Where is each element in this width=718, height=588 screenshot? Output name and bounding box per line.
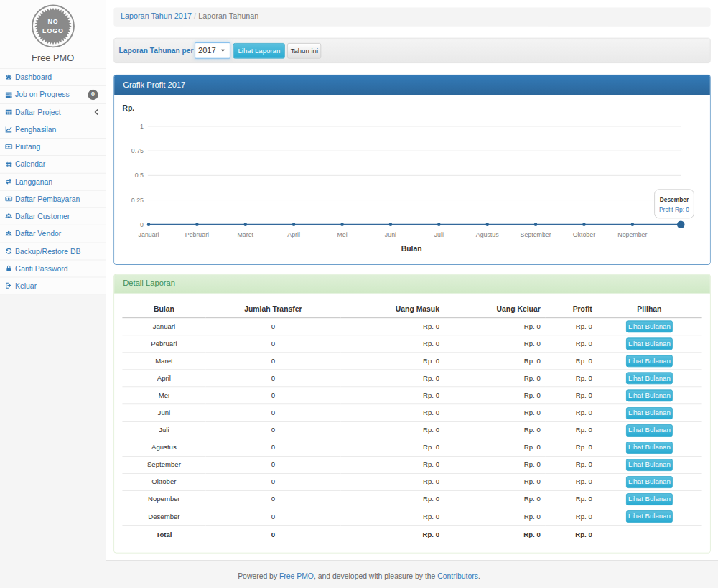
- svg-text:Rp.: Rp.: [122, 104, 134, 112]
- svg-text:Agustus: Agustus: [476, 231, 499, 238]
- svg-text:Juli: Juli: [434, 231, 444, 238]
- svg-text:LOGO: LOGO: [42, 27, 64, 34]
- svg-text:NO: NO: [47, 18, 58, 25]
- svg-text:Bulan: Bulan: [401, 245, 422, 253]
- svg-text:0.75: 0.75: [131, 147, 144, 154]
- svg-text:0.25: 0.25: [131, 197, 144, 204]
- svg-text:September: September: [521, 231, 551, 238]
- svg-text:April: April: [287, 231, 300, 238]
- svg-text:Nopember: Nopember: [617, 231, 647, 238]
- svg-text:0.5: 0.5: [135, 172, 144, 179]
- svg-text:Profit Rp: 0: Profit Rp: 0: [659, 206, 689, 213]
- svg-text:Juni: Juni: [385, 231, 396, 238]
- svg-text:Maret: Maret: [238, 231, 254, 238]
- svg-text:Desember: Desember: [660, 196, 689, 203]
- svg-text:Oktober: Oktober: [573, 231, 595, 238]
- svg-text:1: 1: [140, 123, 144, 130]
- svg-text:Mei: Mei: [337, 231, 347, 238]
- svg-text:Januari: Januari: [139, 231, 159, 238]
- svg-text:0: 0: [140, 221, 144, 228]
- svg-text:Pebruari: Pebruari: [185, 231, 209, 238]
